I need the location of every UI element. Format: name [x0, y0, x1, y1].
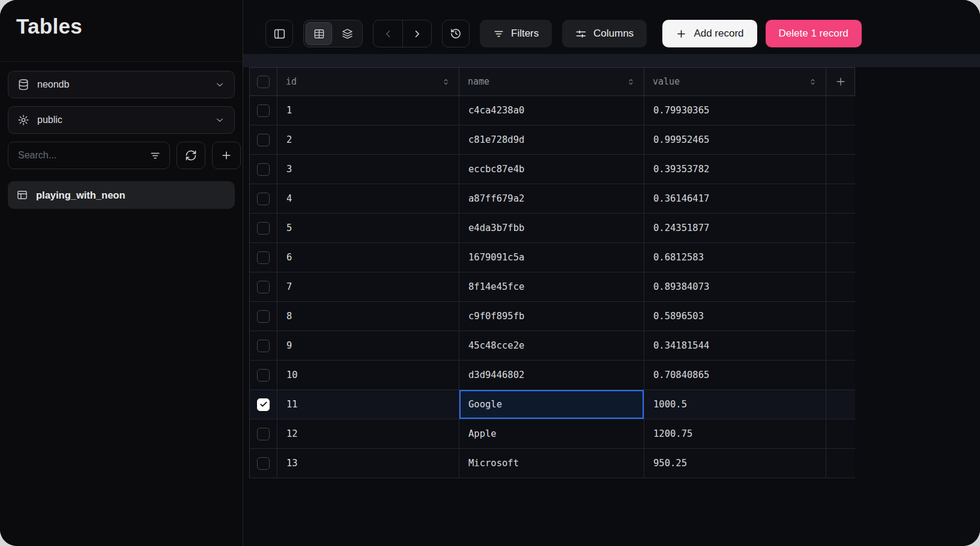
cell-value[interactable]: 0.39353782 — [644, 155, 826, 184]
chevron-down-icon — [214, 79, 225, 90]
app-window: Tables neondb public — [0, 0, 980, 546]
table-row: 1c4ca4238a00.79930365 — [250, 96, 855, 125]
cell-id[interactable]: 3 — [277, 155, 459, 184]
row-select-cell[interactable] — [250, 449, 277, 478]
row-checkbox[interactable] — [257, 134, 270, 146]
row-select-cell[interactable] — [250, 302, 277, 331]
cell-id[interactable]: 12 — [277, 419, 459, 448]
chevron-right-icon — [411, 28, 423, 40]
cell-id[interactable]: 11 — [277, 390, 459, 419]
row-select-cell[interactable] — [250, 96, 277, 125]
cell-name[interactable]: Apple — [459, 419, 644, 448]
schema-select[interactable]: public — [8, 106, 235, 134]
cell-value[interactable]: 1000.5 — [644, 390, 826, 419]
search-box[interactable] — [8, 142, 170, 169]
cell-value[interactable]: 0.36146417 — [644, 184, 826, 213]
cell-name[interactable]: c81e728d9d — [459, 125, 644, 154]
cell-value[interactable]: 0.99952465 — [644, 125, 826, 154]
row-select-cell[interactable] — [250, 390, 277, 419]
row-select-cell[interactable] — [250, 214, 277, 242]
cell-id[interactable]: 7 — [277, 272, 459, 301]
column-header-value[interactable]: value — [644, 68, 826, 95]
row-checkbox[interactable] — [257, 193, 270, 205]
cell-value[interactable]: 0.5896503 — [644, 302, 826, 331]
cell-name[interactable]: 1679091c5a — [459, 243, 644, 272]
row-select-cell[interactable] — [250, 361, 277, 389]
column-header-id[interactable]: id — [277, 68, 459, 95]
table-row: 5e4da3b7fbb0.24351877 — [250, 214, 855, 243]
cell-value[interactable]: 0.6812583 — [644, 243, 826, 272]
refresh-button[interactable] — [177, 142, 205, 169]
cell-id[interactable]: 8 — [277, 302, 459, 331]
sort-icon[interactable] — [441, 77, 450, 86]
row-select-cell[interactable] — [250, 272, 277, 301]
row-checkbox[interactable] — [257, 281, 270, 293]
select-all-checkbox[interactable] — [257, 76, 270, 88]
row-checkbox[interactable] — [257, 369, 270, 382]
cell-name[interactable]: c9f0f895fb — [459, 302, 644, 331]
cell-value[interactable]: 0.70840865 — [644, 361, 826, 389]
cell-name[interactable]: Google — [459, 390, 644, 419]
database-select[interactable]: neondb — [8, 71, 235, 98]
cell-id[interactable]: 10 — [277, 361, 459, 389]
cell-name[interactable]: Microsoft — [459, 449, 644, 478]
cell-name[interactable]: 45c48cce2e — [459, 331, 644, 360]
page-title: Tables — [16, 14, 226, 38]
sidebar-toggle-button[interactable] — [265, 20, 293, 47]
row-checkbox[interactable] — [257, 222, 270, 235]
filters-button[interactable]: Filters — [480, 20, 552, 47]
row-checkbox[interactable] — [257, 340, 270, 352]
cell-value[interactable]: 0.89384073 — [644, 272, 826, 301]
add-column-button[interactable] — [826, 68, 855, 95]
layers-view-button[interactable] — [334, 22, 360, 45]
search-input[interactable] — [17, 149, 144, 161]
cell-value[interactable]: 0.34181544 — [644, 331, 826, 360]
cell-value[interactable]: 1200.75 — [644, 419, 826, 448]
cell-id[interactable]: 9 — [277, 331, 459, 360]
row-select-cell[interactable] — [250, 125, 277, 154]
add-record-button[interactable]: Add record — [662, 20, 757, 47]
cell-name[interactable]: eccbc87e4b — [459, 155, 644, 184]
cell-value[interactable]: 0.24351877 — [644, 214, 826, 242]
history-button[interactable] — [442, 20, 470, 47]
row-checkbox[interactable] — [257, 104, 270, 117]
cell-name[interactable]: a87ff679a2 — [459, 184, 644, 213]
columns-button[interactable]: Columns — [562, 20, 647, 47]
row-checkbox[interactable] — [257, 310, 270, 323]
row-select-cell[interactable] — [250, 184, 277, 213]
cell-id[interactable]: 5 — [277, 214, 459, 242]
column-header-name[interactable]: name — [459, 68, 644, 95]
table-topstrip — [243, 54, 980, 67]
cell-id[interactable]: 2 — [277, 125, 459, 154]
row-checkbox[interactable] — [257, 163, 270, 176]
cell-name[interactable]: 8f14e45fce — [459, 272, 644, 301]
sort-icon[interactable] — [808, 77, 817, 86]
forward-button[interactable] — [402, 20, 431, 47]
cell-name[interactable]: c4ca4238a0 — [459, 96, 644, 125]
cell-name[interactable]: d3d9446802 — [459, 361, 644, 389]
delete-record-button-label: Delete 1 record — [779, 28, 848, 40]
back-button[interactable] — [374, 20, 402, 47]
cell-value[interactable]: 0.79930365 — [644, 96, 826, 125]
row-checkbox[interactable] — [257, 457, 270, 470]
sidebar-header: Tables — [0, 0, 243, 62]
cell-id[interactable]: 13 — [277, 449, 459, 478]
cell-id[interactable]: 1 — [277, 96, 459, 125]
row-checkbox[interactable] — [257, 398, 270, 411]
cell-id[interactable]: 4 — [277, 184, 459, 213]
add-table-button[interactable] — [212, 142, 241, 169]
sidebar-item-playing_with_neon[interactable]: playing_with_neon — [8, 181, 235, 209]
sort-icon[interactable] — [626, 77, 635, 86]
row-checkbox[interactable] — [257, 251, 270, 264]
table-view-button[interactable] — [306, 22, 332, 45]
row-select-cell[interactable] — [250, 243, 277, 272]
row-select-cell[interactable] — [250, 155, 277, 184]
row-checkbox[interactable] — [257, 428, 270, 440]
select-all-cell[interactable] — [250, 68, 277, 95]
cell-name[interactable]: e4da3b7fbb — [459, 214, 644, 242]
cell-value[interactable]: 950.25 — [644, 449, 826, 478]
row-select-cell[interactable] — [250, 331, 277, 360]
cell-id[interactable]: 6 — [277, 243, 459, 272]
row-select-cell[interactable] — [250, 419, 277, 448]
delete-record-button[interactable]: Delete 1 record — [766, 20, 862, 47]
